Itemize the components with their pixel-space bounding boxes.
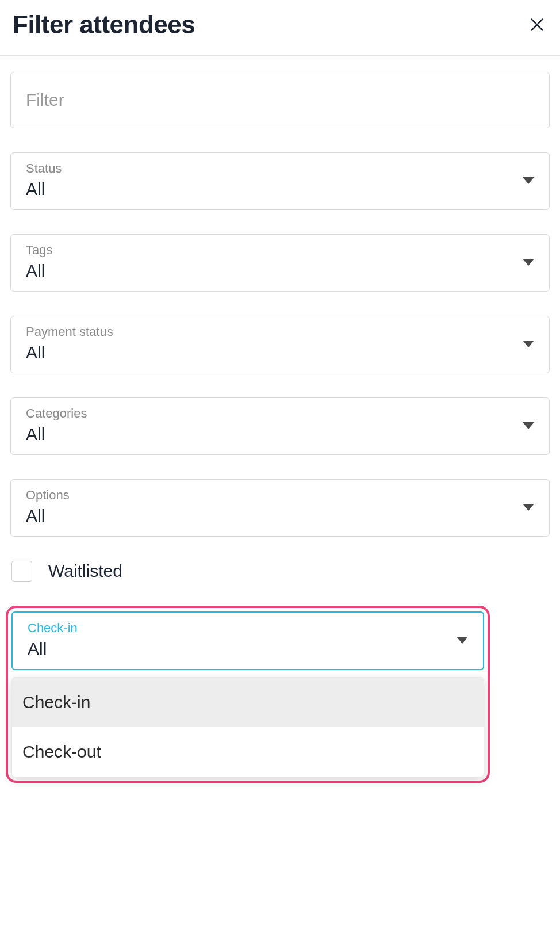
checkin-dropdown: Check-in Check-out [11,677,484,777]
tags-select-label: Tags [26,243,534,258]
close-icon [529,17,545,33]
close-button[interactable] [527,14,547,35]
filter-input[interactable] [10,72,550,128]
waitlisted-label: Waitlisted [48,561,122,581]
categories-select-value: All [26,425,534,444]
tags-select-value: All [26,261,534,281]
dialog-content: Status All Tags All Payment status All C… [0,56,560,582]
payment-status-select-label: Payment status [26,324,534,339]
caret-down-icon [523,176,534,186]
status-select[interactable]: Status All [10,152,550,210]
waitlisted-row: Waitlisted [10,561,550,582]
checkin-highlight-frame: Check-in All Check-in Check-out [6,606,490,783]
categories-select[interactable]: Categories All [10,397,550,455]
status-select-value: All [26,179,534,199]
dialog-header: Filter attendees [0,0,560,56]
waitlisted-checkbox[interactable] [11,561,32,582]
options-select-value: All [26,506,534,526]
caret-down-icon [457,636,468,646]
caret-down-icon [523,503,534,513]
status-select-label: Status [26,161,534,176]
payment-status-select[interactable]: Payment status All [10,316,550,373]
checkin-select-value: All [28,639,468,659]
dropdown-option-checkin[interactable]: Check-in [12,678,484,727]
page-title: Filter attendees [13,10,195,39]
checkin-select[interactable]: Check-in All [11,611,484,670]
caret-down-icon [523,339,534,350]
tags-select[interactable]: Tags All [10,234,550,292]
caret-down-icon [523,258,534,268]
options-select-label: Options [26,488,534,503]
caret-down-icon [523,421,534,431]
categories-select-label: Categories [26,406,534,421]
options-select[interactable]: Options All [10,479,550,537]
payment-status-select-value: All [26,343,534,362]
checkin-select-label: Check-in [28,621,468,636]
dropdown-option-checkout[interactable]: Check-out [12,727,484,777]
